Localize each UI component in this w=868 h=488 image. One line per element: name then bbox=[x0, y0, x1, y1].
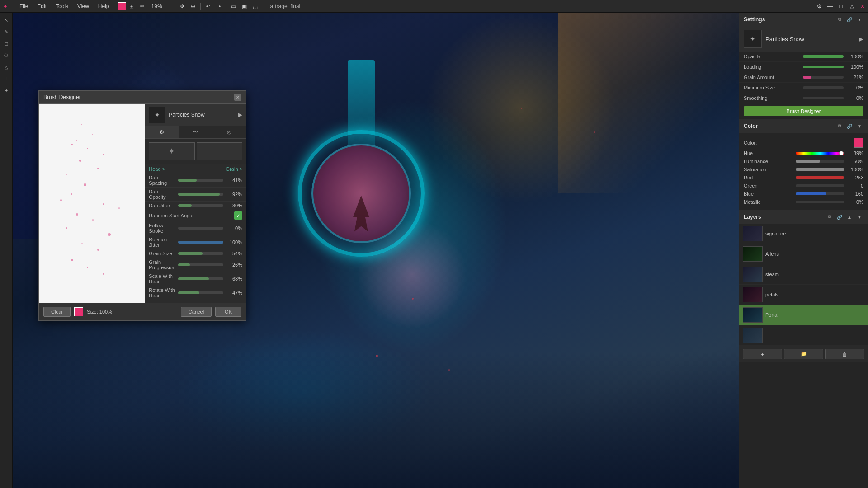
opacity-fill bbox=[803, 55, 844, 58]
grain-icon: ◎ bbox=[227, 129, 231, 135]
grain-progression-slider[interactable] bbox=[178, 263, 223, 266]
menu-edit[interactable]: Edit bbox=[33, 0, 51, 12]
layer-last[interactable] bbox=[739, 325, 868, 346]
undo-icon[interactable]: ↶ bbox=[203, 1, 213, 12]
dab-spacing-slider[interactable] bbox=[178, 179, 223, 182]
luminance-slider[interactable] bbox=[796, 160, 845, 163]
tool-text[interactable]: T bbox=[1, 73, 12, 84]
red-slider[interactable] bbox=[796, 176, 845, 179]
tool-paint[interactable]: ✎ bbox=[1, 26, 12, 37]
zoom-in-icon[interactable]: + bbox=[166, 1, 177, 12]
dab-opacity-slider[interactable] bbox=[178, 193, 223, 196]
add-layer-button[interactable]: + bbox=[743, 349, 782, 359]
smoothing-slider[interactable] bbox=[803, 97, 844, 99]
green-slider[interactable] bbox=[796, 184, 845, 187]
head-preview[interactable]: ✦ bbox=[149, 142, 194, 160]
layers-new-icon[interactable]: ⧉ bbox=[826, 213, 834, 221]
settings-icon[interactable]: ⚙ bbox=[814, 1, 825, 12]
head-label[interactable]: Head > bbox=[149, 166, 165, 172]
brush-settings-expand-icon[interactable]: ▶ bbox=[859, 35, 863, 42]
min-size-slider[interactable] bbox=[803, 86, 844, 89]
follow-stroke-slider[interactable] bbox=[178, 227, 223, 230]
app-icon[interactable]: ✦ bbox=[0, 1, 11, 12]
layers-scroll-up-icon[interactable]: ▲ bbox=[845, 213, 854, 221]
transform-icon[interactable]: ⊕ bbox=[188, 1, 198, 12]
color-main-swatch[interactable] bbox=[854, 138, 863, 148]
layer-icon[interactable]: ▣ bbox=[239, 1, 250, 12]
tool-fill[interactable]: ⬠ bbox=[1, 50, 12, 61]
loading-label: Loading bbox=[744, 64, 799, 70]
layers-link-icon[interactable]: 🔗 bbox=[835, 213, 844, 221]
group-layer-button[interactable]: 📁 bbox=[784, 349, 823, 359]
dialog-close-button[interactable]: ✕ bbox=[234, 94, 241, 101]
canvas-icon[interactable]: ▭ bbox=[228, 1, 239, 12]
grid-icon[interactable]: ⊞ bbox=[126, 1, 137, 12]
param-rotation-jitter: Rotation Jitter 100% bbox=[145, 235, 246, 249]
delete-layer-button[interactable]: 🗑 bbox=[825, 349, 864, 359]
scale-head-label: Scale With Head bbox=[149, 273, 175, 284]
color-link-icon[interactable]: 🔗 bbox=[845, 122, 854, 130]
maximize-icon[interactable]: △ bbox=[846, 1, 857, 12]
dab-jitter-slider[interactable] bbox=[178, 204, 223, 207]
brush-header: ✦ Particles Snow ▶ bbox=[145, 104, 246, 126]
layers-collapse-icon[interactable]: ▼ bbox=[855, 213, 863, 221]
brush-tool-icon[interactable]: ✏ bbox=[137, 1, 148, 12]
tool-shape[interactable]: △ bbox=[1, 61, 12, 72]
tool-sticker[interactable]: ✦ bbox=[1, 85, 12, 96]
param-rotate-head: Rotate With Head 47% bbox=[145, 286, 246, 300]
tab-grain[interactable]: ◎ bbox=[212, 126, 246, 138]
ok-button[interactable]: OK bbox=[215, 307, 241, 317]
redo-icon[interactable]: ↷ bbox=[213, 1, 224, 12]
color-header[interactable]: Color ⧉ 🔗 ▼ bbox=[739, 119, 868, 133]
zoom-icon2[interactable]: ✥ bbox=[177, 1, 188, 12]
settings-link-icon[interactable]: 🔗 bbox=[845, 15, 854, 23]
clear-button[interactable]: Clear bbox=[43, 307, 71, 317]
layer-signature[interactable]: signature bbox=[739, 224, 868, 244]
close-window-icon[interactable]: ✕ bbox=[857, 1, 868, 12]
menu-help[interactable]: Help bbox=[94, 0, 114, 12]
tab-stroke[interactable]: 〜 bbox=[179, 126, 213, 138]
tool-eraser[interactable]: ◻ bbox=[1, 38, 12, 49]
opacity-slider[interactable] bbox=[803, 55, 844, 58]
scale-head-slider[interactable] bbox=[178, 277, 223, 280]
cancel-button[interactable]: Cancel bbox=[181, 307, 212, 317]
layer-steam[interactable]: steam bbox=[739, 264, 868, 285]
layer-petals[interactable]: petals bbox=[739, 285, 868, 305]
menu-tools[interactable]: Tools bbox=[51, 0, 73, 12]
random-angle-checkbox[interactable]: ✓ bbox=[234, 211, 242, 220]
menu-file[interactable]: File bbox=[15, 0, 33, 12]
brush-expand-icon[interactable]: ▶ bbox=[238, 112, 242, 118]
color-collapse-icon[interactable]: ▼ bbox=[855, 122, 863, 130]
menu-view[interactable]: View bbox=[73, 0, 94, 12]
grain-label[interactable]: Grain > bbox=[226, 166, 242, 172]
color-swatch-primary[interactable] bbox=[118, 2, 126, 10]
rotation-jitter-slider[interactable] bbox=[178, 241, 223, 244]
zoom-window-icon[interactable]: □ bbox=[835, 1, 846, 12]
color-new-icon[interactable]: ⧉ bbox=[835, 122, 844, 130]
settings-new-icon[interactable]: ⧉ bbox=[835, 15, 844, 23]
tab-head[interactable]: ⚙ bbox=[145, 126, 179, 138]
layer-portal[interactable]: Portal bbox=[739, 305, 868, 325]
ref-icon[interactable]: ⬚ bbox=[250, 1, 261, 12]
layer-aliens[interactable]: Aliens bbox=[739, 244, 868, 264]
rotate-head-slider[interactable] bbox=[178, 291, 223, 294]
settings-header[interactable]: Settings ⧉ 🔗 ▼ bbox=[739, 13, 868, 26]
settings-collapse-icon[interactable]: ▼ bbox=[855, 15, 863, 23]
blue-slider[interactable] bbox=[796, 192, 845, 195]
grain-size-slider[interactable] bbox=[178, 252, 223, 255]
brush-designer-button[interactable]: Brush Designer bbox=[744, 106, 863, 116]
grain-preview[interactable] bbox=[197, 142, 242, 160]
minimize-icon[interactable]: — bbox=[825, 1, 835, 12]
metallic-slider[interactable] bbox=[796, 201, 845, 203]
preview-particle bbox=[87, 148, 88, 149]
layers-title: Layers bbox=[744, 214, 761, 220]
grain-amount-slider[interactable] bbox=[803, 76, 844, 79]
footer-color-swatch[interactable] bbox=[74, 307, 83, 316]
tool-select[interactable]: ↖ bbox=[1, 14, 12, 25]
loading-slider[interactable] bbox=[803, 66, 844, 68]
dialog-titlebar[interactable]: Brush Designer ✕ bbox=[39, 91, 246, 104]
brush-preview-canvas[interactable] bbox=[39, 104, 145, 303]
layers-header[interactable]: Layers ⧉ 🔗 ▲ ▼ bbox=[739, 210, 868, 224]
hue-slider[interactable] bbox=[796, 152, 845, 155]
saturation-slider[interactable] bbox=[796, 168, 845, 171]
